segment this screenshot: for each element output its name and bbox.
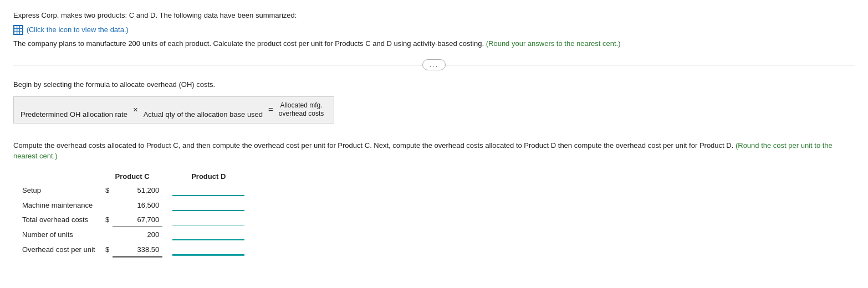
dollar-c-2: $ (102, 213, 113, 227)
product-d-header: Product D (169, 171, 248, 183)
formula-multiply-operator: × (133, 105, 138, 115)
intro-line2-note: (Round your answers to the nearest cent.… (486, 39, 621, 48)
value-c-1: 16,500 (113, 198, 162, 213)
product-table-section: Product C Product D Setup$51,200Machine … (13, 171, 855, 259)
input-product-d-4[interactable] (172, 244, 244, 256)
table-row: Number of units200 (19, 227, 248, 242)
row-label-3: Number of units (19, 227, 102, 242)
formula-term2: Actual qty of the allocation base used (144, 110, 263, 119)
product-table: Product C Product D Setup$51,200Machine … (19, 171, 248, 259)
formula-term3-line2: overhead costs (279, 110, 324, 119)
formula-term3-line1: Allocated mfg. (280, 101, 323, 110)
label-col-header (19, 171, 102, 183)
input-d-0[interactable] (169, 183, 248, 198)
input-d-4[interactable] (169, 242, 248, 258)
input-d-2[interactable] (169, 213, 248, 227)
input-product-d-2[interactable] (172, 214, 244, 225)
dollar-c-3 (102, 227, 113, 242)
table-row: Overhead cost per unit$338.50 (19, 242, 248, 258)
formula-term2-label: Actual qty of the allocation base used (144, 110, 263, 119)
formula-term1-label: Predetermined OH allocation rate (21, 110, 127, 119)
divider-button[interactable]: ... (422, 59, 446, 70)
row-label-1: Machine maintenance (19, 198, 102, 213)
grid-icon[interactable] (13, 25, 23, 35)
input-product-d-0[interactable] (172, 184, 244, 196)
row-label-2: Total overhead costs (19, 213, 102, 227)
formula-equals-operator: = (268, 105, 273, 115)
formula-section: Begin by selecting the formula to alloca… (13, 80, 855, 132)
dollar-c-4: $ (102, 242, 113, 258)
value-c-4: 338.50 (113, 242, 162, 258)
row-label-4: Overhead cost per unit (19, 242, 102, 258)
compute-text-section: Compute the overhead costs allocated to … (13, 140, 855, 162)
formula-section-title: Begin by selecting the formula to alloca… (13, 80, 855, 89)
formula-box: Predetermined OH allocation rate × Actua… (13, 96, 334, 124)
table-row: Machine maintenance16,500 (19, 198, 248, 213)
row-label-0: Setup (19, 183, 102, 198)
dollar-c-1 (102, 198, 113, 213)
intro-section: Express Corp. makes two products: C and … (13, 10, 855, 49)
intro-line2-main: The company plans to manufacture 200 uni… (13, 39, 484, 48)
value-c-3: 200 (113, 227, 162, 242)
input-d-1[interactable] (169, 198, 248, 213)
icon-link-row: (Click the icon to view the data.) (13, 24, 855, 35)
table-header-row: Product C Product D (19, 171, 248, 183)
product-c-header: Product C (102, 171, 162, 183)
input-product-d-3[interactable] (172, 229, 244, 240)
compute-text-main: Compute the overhead costs allocated to … (13, 141, 733, 150)
view-data-link[interactable]: (Click the icon to view the data.) (27, 24, 129, 35)
intro-line2: The company plans to manufacture 200 uni… (13, 38, 855, 49)
formula-term3: Allocated mfg. overhead costs (279, 101, 324, 119)
value-c-0: 51,200 (113, 183, 162, 198)
divider-row: ... (13, 59, 855, 70)
input-d-3[interactable] (169, 227, 248, 242)
formula-term1: Predetermined OH allocation rate (21, 110, 127, 119)
intro-line1: Express Corp. makes two products: C and … (13, 10, 855, 21)
table-row: Total overhead costs$67,700 (19, 213, 248, 227)
table-row: Setup$51,200 (19, 183, 248, 198)
value-c-2: 67,700 (113, 213, 162, 227)
input-product-d-1[interactable] (172, 199, 244, 211)
dollar-c-0: $ (102, 183, 113, 198)
